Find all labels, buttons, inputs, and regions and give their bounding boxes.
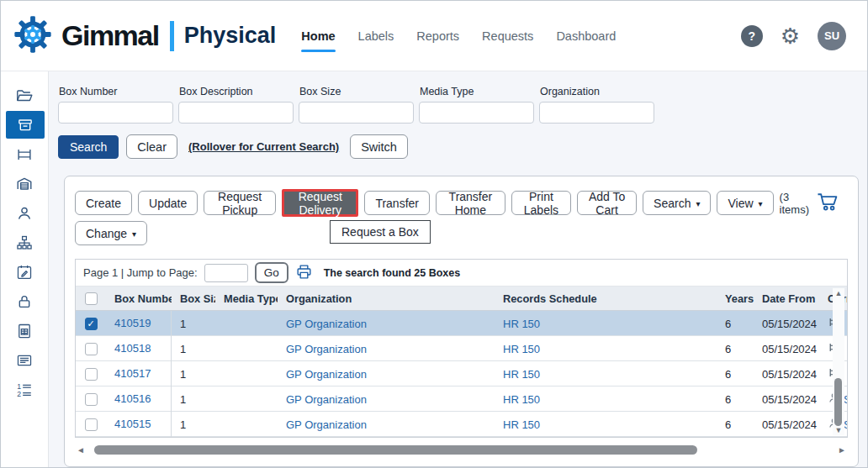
organization-link[interactable]: GP Organization	[278, 318, 495, 330]
help-icon[interactable]: ?	[741, 25, 763, 47]
clear-button[interactable]: Clear	[126, 134, 177, 159]
vertical-scroll-thumb[interactable]	[834, 378, 842, 426]
nav-tab-requests[interactable]: Requests	[482, 29, 533, 45]
column-header-box-size[interactable]: Box Size	[172, 292, 215, 305]
transfer-home-button[interactable]: Transfer Home	[436, 191, 505, 215]
box-number-link[interactable]: 410516	[106, 386, 172, 412]
organization-input[interactable]	[539, 102, 654, 124]
scroll-left-arrow-icon[interactable]: ◄	[77, 445, 85, 455]
transfer-button[interactable]: Transfer	[364, 191, 430, 215]
print-icon[interactable]	[295, 264, 313, 282]
search-dropdown-button[interactable]: Search▾	[643, 191, 711, 215]
select-all-checkbox[interactable]	[85, 292, 98, 305]
toolbar: Create Update Request Pickup Request Del…	[75, 189, 848, 245]
media-type-input[interactable]	[419, 102, 534, 124]
records-schedule-link[interactable]: HR 150	[495, 368, 715, 381]
records-schedule-link[interactable]: HR 150	[495, 393, 715, 406]
column-header-years[interactable]: Years	[715, 292, 755, 305]
svg-text:2: 2	[17, 390, 21, 398]
person-icon	[15, 204, 34, 223]
column-header-organization[interactable]: Organization	[278, 292, 495, 305]
table-row[interactable]: 410517 1 GP Organization HR 150 6 05/15/…	[76, 361, 847, 386]
sidebar-item-boxes[interactable]	[6, 111, 45, 139]
app-header: Gimmal Physical Home Labels Reports Requ…	[1, 1, 867, 71]
sidebar-item-numbering[interactable]: 12	[1, 375, 48, 404]
row-checkbox[interactable]	[85, 368, 98, 381]
table-row[interactable]: 410518 1 GP Organization HR 150 6 05/15/…	[76, 336, 847, 361]
box-number-link[interactable]: 410518	[106, 336, 172, 361]
years-cell: 6	[715, 418, 755, 431]
main-nav: Home Labels Reports Requests Dashboard	[301, 28, 616, 45]
organization-link[interactable]: GP Organization	[278, 393, 495, 406]
records-schedule-link[interactable]: HR 150	[495, 318, 715, 330]
nav-tab-dashboard[interactable]: Dashboard	[556, 29, 616, 45]
cart-icon[interactable]	[816, 192, 841, 214]
switch-button[interactable]: Switch	[350, 134, 408, 159]
media-type-label: Media Type	[420, 86, 534, 97]
box-number-link[interactable]: 410519	[106, 311, 172, 336]
go-button[interactable]: Go	[255, 262, 288, 283]
scroll-up-arrow-icon[interactable]: ▲	[835, 288, 843, 298]
sidebar-item-organizations[interactable]	[1, 228, 48, 257]
user-avatar[interactable]: SU	[818, 22, 846, 50]
chevron-down-icon: ▾	[132, 229, 136, 239]
sidebar-item-schedules[interactable]	[1, 257, 48, 287]
box-size-cell: 1	[172, 393, 215, 406]
nav-tab-labels[interactable]: Labels	[358, 29, 394, 45]
rollover-current-search-link[interactable]: (Rollover for Current Search)	[188, 140, 339, 153]
app-window: Gimmal Physical Home Labels Reports Requ…	[0, 0, 868, 468]
settings-gear-icon[interactable]: ⚙	[781, 25, 800, 47]
horizontal-scroll-thumb[interactable]	[94, 445, 697, 455]
box-number-label: Box Number	[59, 86, 173, 97]
horizontal-scrollbar[interactable]: ◄ ►	[75, 444, 848, 456]
brand-name: Gimmal	[61, 19, 159, 52]
column-header-date-from[interactable]: Date From	[755, 292, 823, 305]
scroll-right-arrow-icon[interactable]: ►	[838, 445, 846, 455]
nav-tab-reports[interactable]: Reports	[416, 29, 459, 45]
gimmal-logo: Gimmal Physical	[12, 13, 276, 59]
nav-tab-home[interactable]: Home	[301, 29, 335, 45]
column-header-box-number[interactable]: Box Number	[106, 292, 172, 305]
box-description-input[interactable]	[178, 102, 294, 124]
box-size-input[interactable]	[299, 102, 414, 124]
table-row[interactable]: ✓ 410519 1 GP Organization HR 150 6 05/1…	[76, 311, 847, 336]
field-organization: Organization	[539, 86, 654, 124]
organization-label: Organization	[540, 86, 654, 97]
jump-to-page-input[interactable]	[204, 264, 248, 282]
sidebar-item-users[interactable]	[1, 198, 48, 228]
sidebar-item-warehouse[interactable]	[1, 169, 48, 198]
column-header-media-type[interactable]: Media Type	[215, 292, 278, 305]
sidebar-item-shelves[interactable]	[1, 139, 48, 169]
update-button[interactable]: Update	[138, 191, 198, 215]
column-header-records-schedule[interactable]: Records Schedule	[495, 292, 715, 305]
add-to-cart-button[interactable]: Add To Cart	[577, 191, 637, 215]
row-checkbox[interactable]	[85, 418, 98, 431]
view-dropdown-button[interactable]: View▾	[717, 191, 773, 215]
sidebar-item-reports[interactable]	[1, 316, 48, 345]
scroll-down-arrow-icon[interactable]: ▼	[835, 425, 843, 435]
records-schedule-link[interactable]: HR 150	[495, 343, 715, 355]
vertical-scrollbar[interactable]: ▲ ▼	[833, 288, 844, 435]
request-pickup-button[interactable]: Request Pickup	[204, 191, 276, 215]
box-number-link[interactable]: 410517	[106, 361, 172, 386]
print-labels-button[interactable]: Print Labels	[511, 191, 571, 215]
organization-link[interactable]: GP Organization	[278, 418, 495, 431]
row-checkbox[interactable]	[85, 343, 98, 355]
row-checkbox[interactable]: ✓	[85, 318, 98, 330]
search-button[interactable]: Search	[58, 135, 119, 159]
table-row[interactable]: 410516 1 GP Organization HR 150 6 05/15/…	[76, 386, 847, 412]
organization-link[interactable]: GP Organization	[278, 343, 495, 355]
sidebar-item-forms[interactable]	[1, 345, 48, 375]
box-number-input[interactable]	[58, 102, 173, 124]
box-number-link[interactable]: 410515	[106, 412, 172, 437]
records-schedule-link[interactable]: HR 150	[495, 418, 715, 431]
row-checkbox[interactable]	[85, 393, 98, 406]
sidebar-item-folders[interactable]	[1, 81, 48, 110]
table-body: ✓ 410519 1 GP Organization HR 150 6 05/1…	[76, 311, 847, 437]
organization-link[interactable]: GP Organization	[278, 368, 495, 381]
create-button[interactable]: Create	[75, 191, 132, 215]
request-delivery-button[interactable]: Request Delivery	[282, 189, 358, 217]
change-dropdown-button[interactable]: Change▾	[75, 221, 147, 245]
sidebar-item-security[interactable]	[1, 287, 48, 316]
table-row[interactable]: 410515 1 GP Organization HR 150 6 05/15/…	[76, 412, 847, 437]
